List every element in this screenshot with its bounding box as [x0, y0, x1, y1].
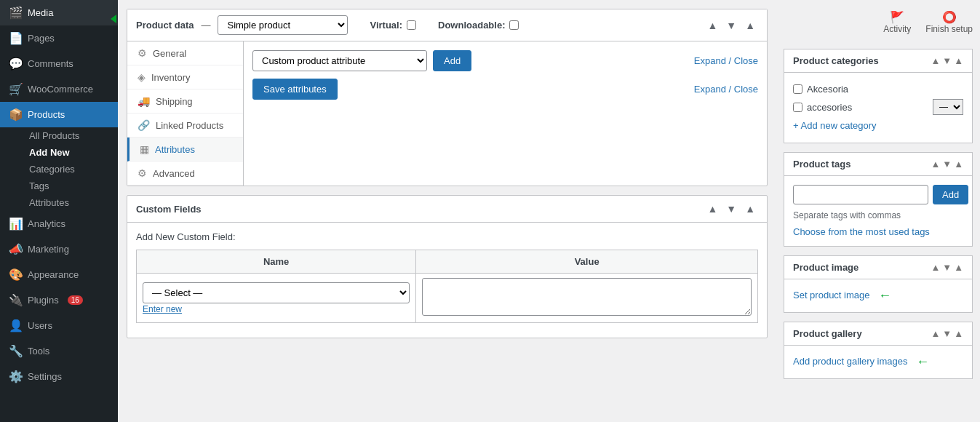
category-checkbox-akcesoria[interactable]: [793, 84, 802, 94]
sidebar-item-plugins[interactable]: 🔌 Plugins 16: [0, 287, 118, 313]
tags-up-btn[interactable]: ▲: [931, 159, 940, 170]
sidebar-item-users[interactable]: 👤 Users: [0, 313, 118, 338]
cf-row: — Select — Enter new: [137, 274, 758, 323]
sidebar-item-tools[interactable]: 🔧 Tools: [0, 338, 118, 364]
sidebar-item-label: Products: [28, 109, 65, 120]
sidebar-item-comments[interactable]: 💬 Comments: [0, 51, 118, 76]
tags-controls: ▲ ▼ ▲: [931, 159, 963, 170]
custom-fields-controls: ▲ ▼ ▲: [704, 202, 758, 216]
virtual-checkbox[interactable]: [407, 20, 416, 30]
nav-linked-products[interactable]: 🔗 Linked Products: [127, 114, 243, 138]
gallery-up-btn[interactable]: ▲: [931, 328, 940, 339]
general-icon: ⚙: [138, 47, 147, 59]
nav-inventory[interactable]: ◈ Inventory: [127, 65, 243, 89]
collapse-close-btn[interactable]: ▲: [742, 18, 758, 33]
attribute-select-row: Custom product attribute Add Expand / Cl…: [252, 50, 758, 71]
sidebar-item-media[interactable]: 🎬 Media: [0, 0, 118, 25]
appearance-icon: 🎨: [9, 268, 22, 282]
all-products-label: All Products: [29, 130, 79, 141]
add-category-link[interactable]: + Add new category: [793, 117, 877, 134]
product-type-select[interactable]: Simple product Variable product Grouped …: [218, 15, 348, 35]
sidebar-item-pages[interactable]: 📄 Pages: [0, 25, 118, 51]
virtual-label: Virtual:: [370, 20, 402, 31]
cat-up-btn[interactable]: ▲: [931, 55, 940, 66]
main-content: Product data — Simple product Variable p…: [118, 0, 776, 422]
tag-input[interactable]: [793, 185, 928, 204]
nav-general[interactable]: ⚙ General: [127, 41, 243, 65]
cat-close-btn[interactable]: ▲: [954, 55, 963, 66]
tag-input-row: Add: [793, 185, 963, 204]
finish-setup-label: Finish setup: [925, 24, 973, 34]
set-product-image-link[interactable]: Set product image: [793, 290, 870, 300]
sidebar-item-appearance[interactable]: 🎨 Appearance: [0, 262, 118, 287]
category-level-select[interactable]: —: [933, 99, 963, 115]
downloadable-checkbox[interactable]: [509, 20, 519, 30]
sidebar-item-attributes[interactable]: Attributes: [23, 194, 118, 211]
linked-products-icon: 🔗: [138, 119, 150, 131]
product-image-box: Product image ▲ ▼ ▲ Set product image ←: [784, 255, 973, 313]
category-label-akcesoria: Akcesoria: [807, 84, 848, 95]
image-close-btn[interactable]: ▲: [954, 262, 963, 273]
activity-label: Activity: [883, 24, 911, 34]
sidebar-item-label: Appearance: [28, 269, 79, 280]
expand-close-link[interactable]: Expand / Close: [694, 55, 758, 66]
sidebar-item-add-new[interactable]: Add New: [23, 144, 118, 161]
collapse-up-btn[interactable]: ▲: [704, 18, 720, 33]
product-data-body: ⚙ General ◈ Inventory 🚚 Shipping 🔗 Linke…: [127, 41, 767, 186]
nav-attributes[interactable]: ▦ Attributes: [127, 138, 243, 162]
sidebar-item-settings[interactable]: ⚙️ Settings: [0, 364, 118, 389]
image-up-btn[interactable]: ▲: [931, 262, 940, 273]
collapse-down-btn[interactable]: ▼: [723, 18, 739, 33]
shipping-icon: 🚚: [138, 95, 150, 107]
sidebar-item-woocommerce[interactable]: 🛒 WooCommerce: [0, 76, 118, 102]
categories-controls: ▲ ▼ ▲: [931, 55, 963, 66]
gallery-down-btn[interactable]: ▼: [942, 328, 952, 339]
most-used-tags-link[interactable]: Choose from the most used tags: [793, 226, 930, 237]
product-image-arrow: ←: [878, 288, 891, 303]
save-attributes-button[interactable]: Save attributes: [252, 79, 338, 100]
sidebar-item-tags[interactable]: Tags: [23, 178, 118, 194]
sidebar-item-all-products[interactable]: All Products: [23, 127, 118, 144]
cf-value-textarea[interactable]: [422, 278, 752, 316]
cf-down-btn[interactable]: ▼: [723, 202, 739, 216]
tags-body: Add Separate tags with commas Choose fro…: [784, 176, 972, 246]
sidebar-item-label: Media: [28, 7, 53, 18]
products-icon: 📦: [9, 108, 22, 122]
sidebar-item-analytics[interactable]: 📊 Analytics: [0, 211, 118, 236]
add-gallery-images-link[interactable]: Add product gallery images: [793, 356, 908, 367]
analytics-icon: 📊: [9, 217, 22, 231]
media-dropdown-arrow: [111, 15, 116, 23]
tags-close-btn[interactable]: ▲: [954, 159, 963, 170]
product-data-collapse-controls: ▲ ▼ ▲: [704, 18, 758, 33]
tag-add-button[interactable]: Add: [933, 185, 968, 204]
image-down-btn[interactable]: ▼: [942, 262, 952, 273]
product-image-body: Set product image ←: [784, 279, 972, 312]
sidebar-item-categories[interactable]: Categories: [23, 161, 118, 178]
tags-down-btn[interactable]: ▼: [942, 159, 952, 170]
sidebar-item-marketing[interactable]: 📣 Marketing: [0, 236, 118, 262]
tag-hint: Separate tags with commas: [793, 210, 963, 220]
inventory-icon: ◈: [138, 71, 146, 83]
media-icon: 🎬: [9, 6, 22, 20]
cat-down-btn[interactable]: ▼: [942, 55, 952, 66]
finish-setup-icon: ⭕: [942, 10, 957, 24]
product-data-label: Product data: [136, 20, 194, 31]
activity-section: 🚩 Activity: [883, 10, 911, 34]
cf-close-btn[interactable]: ▲: [742, 202, 758, 216]
add-attribute-button[interactable]: Add: [433, 50, 471, 71]
nav-shipping[interactable]: 🚚 Shipping: [127, 89, 243, 114]
cf-name-select[interactable]: — Select —: [143, 282, 410, 303]
category-checkbox-accesories[interactable]: [793, 103, 802, 112]
product-gallery-title: Product gallery: [793, 328, 862, 339]
cf-enter-new-link[interactable]: Enter new: [143, 304, 182, 314]
sidebar-item-products[interactable]: 📦 Products: [0, 102, 118, 127]
activity-flag-icon: 🚩: [890, 10, 904, 24]
finish-setup-section: ⭕ Finish setup: [925, 10, 973, 34]
product-gallery-body: Add product gallery images ←: [784, 346, 972, 378]
nav-advanced[interactable]: ⚙ Advanced: [127, 162, 243, 186]
attribute-type-select[interactable]: Custom product attribute: [252, 50, 427, 71]
cf-up-btn[interactable]: ▲: [704, 202, 720, 216]
expand-close-link-2[interactable]: Expand / Close: [694, 84, 758, 95]
categories-title: Product categories: [793, 55, 879, 66]
gallery-close-btn[interactable]: ▲: [954, 328, 963, 339]
